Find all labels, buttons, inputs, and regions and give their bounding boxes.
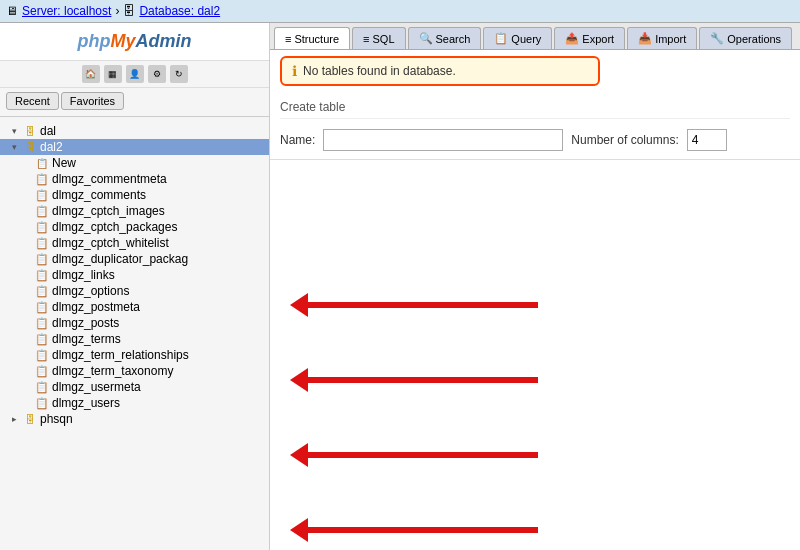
tab-operations[interactable]: 🔧Operations	[699, 27, 792, 49]
tree-label-dlmgz_duplicator_packag: dlmgz_duplicator_packag	[52, 252, 188, 266]
tree-toggle-spacer-dlmgz_duplicator_packag	[20, 253, 32, 265]
arrow-line-3	[308, 527, 538, 533]
tree-label-dlmgz_options: dlmgz_options	[52, 284, 129, 298]
tab-icon-structure: ≡	[285, 33, 291, 45]
sidebar: phpMyAdmin 🏠 ▦ 👤 ⚙ ↻ Recent Favorites ▾🗄…	[0, 23, 270, 550]
logo-area: phpMyAdmin	[0, 23, 269, 61]
tab-structure[interactable]: ≡Structure	[274, 27, 350, 49]
logo: phpMyAdmin	[77, 31, 191, 52]
tree-item-dlmgz_terms[interactable]: 📋dlmgz_terms	[0, 331, 269, 347]
tree-label-dlmgz_comments: dlmgz_comments	[52, 188, 146, 202]
tree-label-dlmgz_terms: dlmgz_terms	[52, 332, 121, 346]
sidebar-tab-bar: Recent Favorites	[0, 88, 269, 114]
columns-input[interactable]	[687, 129, 727, 151]
tree-item-dlmgz_posts[interactable]: 📋dlmgz_posts	[0, 315, 269, 331]
tree-item-dlmgz_commentmeta[interactable]: 📋dlmgz_commentmeta	[0, 171, 269, 187]
arrow-line-2	[308, 452, 538, 458]
tab-sql[interactable]: ≡SQL	[352, 27, 405, 49]
tree-item-dal2[interactable]: ▾🗄dal2	[0, 139, 269, 155]
tree-item-dal[interactable]: ▾🗄dal	[0, 123, 269, 139]
refresh-icon[interactable]: ↻	[170, 65, 188, 83]
grid-icon[interactable]: ▦	[104, 65, 122, 83]
db-icon-dal2: 🗄	[23, 140, 37, 154]
tree-item-dlmgz_cptch_images[interactable]: 📋dlmgz_cptch_images	[0, 203, 269, 219]
arrow-3	[290, 518, 538, 542]
table-icon-dlmgz_options: 📋	[35, 284, 49, 298]
tab-query[interactable]: 📋Query	[483, 27, 552, 49]
table-icon-dlmgz_cptch_images: 📋	[35, 204, 49, 218]
name-label: Name:	[280, 133, 315, 147]
settings-icon[interactable]: ⚙	[148, 65, 166, 83]
tree-toggle-phsqn[interactable]: ▸	[8, 413, 20, 425]
tab-icon-export: 📤	[565, 32, 579, 45]
home-icon[interactable]: 🏠	[82, 65, 100, 83]
tree-item-dlmgz_cptch_packages[interactable]: 📋dlmgz_cptch_packages	[0, 219, 269, 235]
tree-toggle-spacer-dlmgz_users	[20, 397, 32, 409]
create-table-form: Name: Number of columns:	[280, 125, 790, 155]
table-icon-dlmgz_cptch_whitelist: 📋	[35, 236, 49, 250]
tree-item-dlmgz_cptch_whitelist[interactable]: 📋dlmgz_cptch_whitelist	[0, 235, 269, 251]
arrow-head-0	[290, 293, 308, 317]
tree-item-dlmgz_comments[interactable]: 📋dlmgz_comments	[0, 187, 269, 203]
header-bar: 🖥 Server: localhost › 🗄 Database: dal2	[0, 0, 800, 23]
table-icon-dlmgz_commentmeta: 📋	[35, 172, 49, 186]
tree-toggle-spacer-dlmgz_cptch_whitelist	[20, 237, 32, 249]
alert-message: No tables found in database.	[303, 64, 456, 78]
tree-toggle-spacer-dlmgz_options	[20, 285, 32, 297]
tree-label-dlmgz_term_taxonomy: dlmgz_term_taxonomy	[52, 364, 173, 378]
tree-item-dlmgz_duplicator_packag[interactable]: 📋dlmgz_duplicator_packag	[0, 251, 269, 267]
recent-tab[interactable]: Recent	[6, 92, 59, 110]
tree-label-dlmgz_usermeta: dlmgz_usermeta	[52, 380, 141, 394]
db-link[interactable]: Database: dal2	[139, 4, 220, 18]
tree-toggle-dal2[interactable]: ▾	[8, 141, 20, 153]
table-icon-dlmgz_links: 📋	[35, 268, 49, 282]
arrows-overlay	[270, 173, 800, 550]
favorites-tab[interactable]: Favorites	[61, 92, 124, 110]
tree-toggle-dal[interactable]: ▾	[8, 125, 20, 137]
tree-label-dal: dal	[40, 124, 56, 138]
arrow-line-1	[308, 377, 538, 383]
db-icon-phsqn: 🗄	[23, 412, 37, 426]
tree-label-dlmgz_cptch_whitelist: dlmgz_cptch_whitelist	[52, 236, 169, 250]
sidebar-icon-bar: 🏠 ▦ 👤 ⚙ ↻	[0, 61, 269, 88]
tree-item-dlmgz_usermeta[interactable]: 📋dlmgz_usermeta	[0, 379, 269, 395]
tree-item-dlmgz_options[interactable]: 📋dlmgz_options	[0, 283, 269, 299]
tree-item-dlmgz_links[interactable]: 📋dlmgz_links	[0, 267, 269, 283]
create-table-header: Create table	[280, 96, 790, 119]
table-icon-dlmgz_postmeta: 📋	[35, 300, 49, 314]
tree-item-new[interactable]: 📋New	[0, 155, 269, 171]
body: phpMyAdmin 🏠 ▦ 👤 ⚙ ↻ Recent Favorites ▾🗄…	[0, 23, 800, 550]
tab-search[interactable]: 🔍Search	[408, 27, 482, 49]
tree-item-dlmgz_users[interactable]: 📋dlmgz_users	[0, 395, 269, 411]
tree-toggle-spacer-dlmgz_cptch_images	[20, 205, 32, 217]
arrow-2	[290, 443, 538, 467]
tree-item-dlmgz_term_relationships[interactable]: 📋dlmgz_term_relationships	[0, 347, 269, 363]
tree-label-dal2: dal2	[40, 140, 63, 154]
arrow-line-0	[308, 302, 538, 308]
tree-toggle-spacer-dlmgz_terms	[20, 333, 32, 345]
tree-label-dlmgz_cptch_packages: dlmgz_cptch_packages	[52, 220, 177, 234]
tab-label-operations: Operations	[727, 33, 781, 45]
tree-toggle-spacer-new	[20, 157, 32, 169]
tree-item-phsqn[interactable]: ▸🗄phsqn	[0, 411, 269, 427]
app-container: 🖥 Server: localhost › 🗄 Database: dal2 p…	[0, 0, 800, 550]
tab-icon-sql: ≡	[363, 33, 369, 45]
tree-item-dlmgz_term_taxonomy[interactable]: 📋dlmgz_term_taxonomy	[0, 363, 269, 379]
db-icon: 🗄	[123, 4, 135, 18]
tab-import[interactable]: 📥Import	[627, 27, 697, 49]
tree-label-new: New	[52, 156, 76, 170]
tree-toggle-spacer-dlmgz_links	[20, 269, 32, 281]
user-icon[interactable]: 👤	[126, 65, 144, 83]
tree-item-dlmgz_postmeta[interactable]: 📋dlmgz_postmeta	[0, 299, 269, 315]
table-name-input[interactable]	[323, 129, 563, 151]
tree-toggle-spacer-dlmgz_term_relationships	[20, 349, 32, 361]
tree-toggle-spacer-dlmgz_commentmeta	[20, 173, 32, 185]
tree-label-dlmgz_commentmeta: dlmgz_commentmeta	[52, 172, 167, 186]
tree-toggle-spacer-dlmgz_usermeta	[20, 381, 32, 393]
table-icon-dlmgz_users: 📋	[35, 396, 49, 410]
tab-export[interactable]: 📤Export	[554, 27, 625, 49]
tabs-bar: ≡Structure≡SQL🔍Search📋Query📤Export📥Impor…	[270, 23, 800, 50]
server-link[interactable]: Server: localhost	[22, 4, 111, 18]
table-icon-dlmgz_usermeta: 📋	[35, 380, 49, 394]
tab-icon-operations: 🔧	[710, 32, 724, 45]
